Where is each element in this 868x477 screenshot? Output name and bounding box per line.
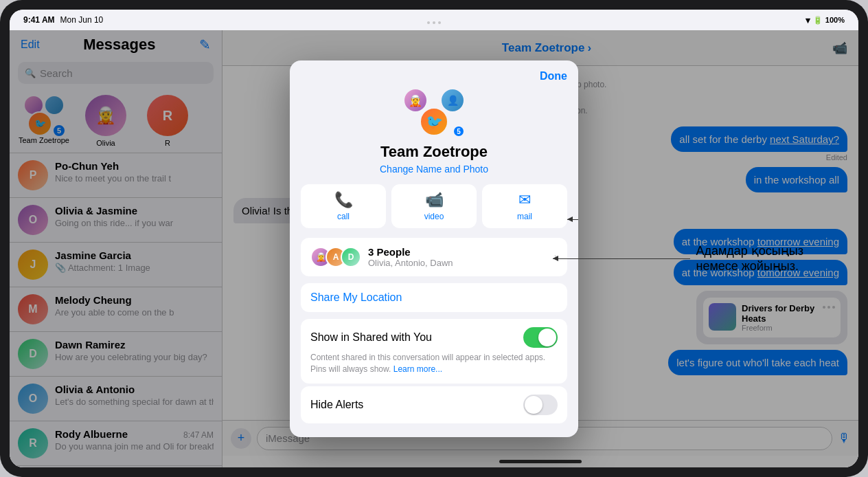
call-label: call <box>337 212 350 221</box>
modal-actions: 📞 call 📹 video ✉ mail <box>301 184 567 228</box>
annotation-text-line2: немесе жойыңыз. <box>696 258 803 274</box>
modal-sheet: Адамдар қосыңыз немесе жойыңыз. Done 🧝 👤 <box>290 60 578 437</box>
show-shared-section: Show in Shared with You Content shared i… <box>301 319 567 384</box>
modal-mail-button[interactable]: ✉ mail <box>482 184 567 228</box>
mail-icon: ✉ <box>518 191 531 209</box>
modal-people-section[interactable]: 🧝 A D 3 People Olivia, Antonio, Dawn › <box>301 238 567 276</box>
main-content: Edit Messages ✎ 🔍 Search 🐦 <box>10 30 858 467</box>
modal-header: Done <box>290 60 578 88</box>
call-icon: 📞 <box>334 191 353 209</box>
annotation-container: Адамдар қосыңыз немесе жойыңыз. <box>553 243 803 274</box>
modal-change-name-btn[interactable]: Change Name and Photo <box>290 164 578 175</box>
dot-3 <box>438 21 441 24</box>
modal-badge: 5 <box>453 125 465 137</box>
show-shared-toggle[interactable] <box>523 327 558 348</box>
modal-overlay: Адамдар қосыңыз немесе жойыңыз. Done 🧝 👤 <box>10 30 858 467</box>
mail-label: mail <box>517 212 532 221</box>
video-icon: 📹 <box>425 191 444 209</box>
annotation-text-line1: Адамдар қосыңыз <box>696 243 803 258</box>
people-count: 3 People <box>368 246 554 258</box>
video-label: video <box>424 212 444 221</box>
modal-people-row[interactable]: 🧝 A D 3 People Olivia, Antonio, Dawn › <box>301 238 567 276</box>
status-bar: 9:41 AM Mon Jun 10 ▾ 🔋 100% <box>10 10 858 30</box>
hide-alerts-label: Hide Alerts <box>310 399 363 411</box>
ipad-screen: 9:41 AM Mon Jun 10 ▾ 🔋 100% Edit Message… <box>10 10 858 467</box>
dot-1 <box>427 21 430 24</box>
hide-alerts-toggle[interactable] <box>523 395 558 415</box>
battery-icon: 🔋 <box>813 16 823 25</box>
dot-2 <box>433 21 435 24</box>
ipad-frame: 9:41 AM Mon Jun 10 ▾ 🔋 100% Edit Message… <box>0 0 868 477</box>
wifi-icon: ▾ <box>806 15 810 25</box>
toggle-top: Show in Shared with You <box>310 327 558 348</box>
people-chevron-icon: › <box>554 251 558 263</box>
battery-pct: 100% <box>825 16 845 24</box>
toggle-thumb <box>538 329 556 346</box>
modal-people-info: 3 People Olivia, Antonio, Dawn <box>368 246 554 268</box>
status-time: 9:41 AM <box>23 15 55 25</box>
learn-more-link[interactable]: Learn more... <box>393 364 442 374</box>
mini-avatar-dawn: D <box>341 247 361 267</box>
modal-people-avatars: 🧝 A D <box>310 247 361 267</box>
status-date: Mon Jun 10 <box>60 15 104 25</box>
modal-video-button[interactable]: 📹 video <box>391 184 477 228</box>
modal-group-icon: 🧝 👤 🐦 5 <box>290 88 578 136</box>
modal-call-button[interactable]: 📞 call <box>301 184 386 228</box>
share-location-button[interactable]: Share My Location <box>301 283 567 312</box>
people-names: Olivia, Antonio, Dawn <box>368 258 554 268</box>
modal-group-name: Team Zoetrope <box>290 143 578 161</box>
show-shared-desc: Content shared in this conversation will… <box>310 352 558 375</box>
modal-done-button[interactable]: Done <box>540 70 567 82</box>
annotation-text-block: Адамдар қосыңыз немесе жойыңыз. <box>696 243 803 274</box>
toggle-thumb-off <box>525 396 542 414</box>
hide-alerts-section: Hide Alerts <box>301 386 567 423</box>
show-shared-label: Show in Shared with You <box>310 331 432 344</box>
